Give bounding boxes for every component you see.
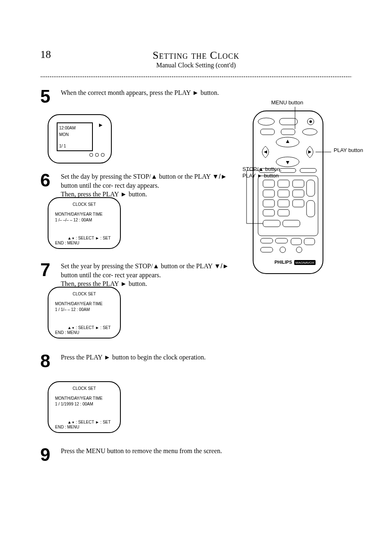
page-title: Setting the Clock: [153, 49, 240, 61]
play-icon: ►: [120, 191, 127, 198]
step-8-text: Press the PLAY ► button to begin the clo…: [61, 353, 233, 362]
step-7-line2a: Then, press the PLAY: [61, 280, 120, 287]
screen3-end: END : MENU: [55, 425, 79, 429]
play-icon: ►: [98, 122, 104, 128]
up-icon: ▲: [153, 263, 159, 269]
screen3-set: : SET: [100, 420, 111, 424]
play-icon: ►: [104, 354, 111, 361]
screen2-title: CLOCK SET: [48, 292, 120, 296]
clock-set-screen-2: CLOCK SET MONTH/DAY/YEAR TIME 1 / 1/– – …: [48, 287, 121, 339]
screen1-end: END : MENU: [55, 241, 79, 245]
step-6-line1c: button until the cor- rect day appears.: [61, 182, 159, 189]
play-icon: ►: [95, 420, 99, 424]
up-icon: ▲: [67, 325, 71, 330]
page: 18 Setting the Clock Manual Clock Settin…: [0, 0, 392, 555]
screen1-set: : SET: [100, 236, 111, 240]
step-5-text-b: button.: [199, 89, 219, 96]
tv-inset: 12:00AM MON 1/ 1 ►: [48, 114, 112, 164]
remote-control: PHILIPS MAGNAVOX: [242, 107, 348, 279]
down-icon: ▼: [71, 326, 75, 330]
step-9-text: Press the MENU button to remove the menu…: [61, 447, 233, 456]
up-icon: ▲: [151, 173, 157, 180]
tv-inset-date: 1/ 1: [59, 144, 66, 148]
screen2-row2: 1 / 1/– – 12 : 00AM: [55, 307, 90, 312]
label-play-button: PLAY button: [334, 147, 363, 153]
down-play-icon: ▼/►: [214, 263, 229, 269]
tv-inset-day: MON: [59, 132, 69, 137]
svg-point-2: [101, 153, 104, 157]
tv-inset-dots-icon: [88, 152, 108, 158]
svg-rect-3: [253, 111, 323, 274]
step-5-text-a: When the correct month appears, press th…: [61, 89, 192, 96]
step-7-line1a: Set the year by pressing the STOP/: [61, 263, 153, 269]
screen3-select: : SELECT: [76, 420, 94, 424]
step-6-line2b: button.: [127, 191, 147, 198]
step-6-line1a: Set the day by pressing the STOP/: [61, 173, 151, 180]
down-play-icon: ▼/►: [212, 173, 227, 180]
label-menu-button: MENU button: [271, 99, 303, 106]
clock-set-screen-1: CLOCK SET MONTH/DAY/YEAR TIME 1 /– –/– –…: [48, 197, 121, 249]
up-icon: ▲: [67, 420, 71, 424]
screen3-row1: MONTH/DAY/YEAR TIME: [55, 396, 103, 401]
screen1-select: : SELECT: [76, 236, 94, 240]
screen1-row1: MONTH/DAY/YEAR TIME: [55, 212, 103, 216]
step-8-line1b: button to begin the clock operation.: [111, 354, 206, 361]
screen2-set: : SET: [100, 325, 111, 330]
step-6-line2a: Then, press the PLAY: [61, 191, 120, 198]
remote-brand-magnavox: MAGNAVOX: [295, 261, 314, 265]
step-8-line1a: Press the PLAY: [61, 354, 104, 361]
step-5-number: 5: [40, 86, 50, 107]
step-7-line1c: button until the cor- rect year appears.: [61, 272, 161, 279]
tv-inset-time: 12:00AM: [59, 126, 76, 130]
step-7-line2b: button.: [127, 280, 147, 287]
up-icon: ▲: [67, 236, 71, 240]
label-play2-text: PLAY ► button: [242, 173, 279, 179]
step-6-number: 6: [40, 170, 50, 191]
svg-point-1: [95, 153, 99, 157]
page-header: Setting the Clock Manual Clock Setting (…: [40, 49, 352, 69]
label-play-button-text: PLAY button: [334, 147, 363, 153]
step-6-text: Set the day by pressing the STOP/▲ butto…: [61, 172, 233, 199]
down-icon: ▼: [71, 237, 75, 240]
down-icon: ▼: [71, 421, 75, 424]
step-7-text: Set the year by pressing the STOP/▲ butt…: [61, 262, 233, 288]
step-9-number: 9: [40, 444, 50, 465]
label-stop-play: STOP/▲ button, PLAY ► button: [242, 166, 292, 179]
remote-control-icon: PHILIPS MAGNAVOX: [242, 107, 357, 279]
clock-set-screen-3: CLOCK SET MONTH/DAY/YEAR TIME 1 / 1/1999…: [48, 381, 121, 433]
tv-inset-screen: 12:00AM MON 1/ 1: [57, 122, 93, 151]
step-7-line1b: button or the PLAY: [159, 263, 214, 269]
step-7-number: 7: [40, 260, 50, 280]
svg-point-7: [309, 120, 312, 123]
screen3-title: CLOCK SET: [48, 386, 120, 391]
svg-point-0: [90, 153, 93, 157]
play-icon: ►: [95, 236, 99, 240]
screen2-row1: MONTH/DAY/YEAR TIME: [55, 302, 103, 306]
header-rule-dots: ........................................…: [40, 71, 352, 79]
screen2-end: END : MENU: [55, 330, 79, 335]
page-subtitle: Manual Clock Setting (cont'd): [156, 62, 236, 69]
step-6-line1b: button or the PLAY: [157, 173, 212, 180]
play-icon: ►: [120, 280, 127, 287]
screen3-row2: 1 / 1/1999 12 : 00AM: [55, 402, 93, 406]
play-icon: ►: [95, 325, 99, 330]
label-stop-text: STOP/▲ button,: [242, 166, 281, 172]
remote-brand-philips: PHILIPS: [274, 260, 292, 265]
screen1-row2: 1 /– –/– – 12 : 00AM: [55, 218, 92, 222]
step-8-number: 8: [40, 351, 50, 371]
screen2-select: : SELECT: [76, 325, 94, 330]
step-5-text: When the correct month appears, press th…: [61, 88, 232, 97]
play-icon: ►: [192, 89, 199, 96]
screen1-title: CLOCK SET: [48, 202, 120, 207]
